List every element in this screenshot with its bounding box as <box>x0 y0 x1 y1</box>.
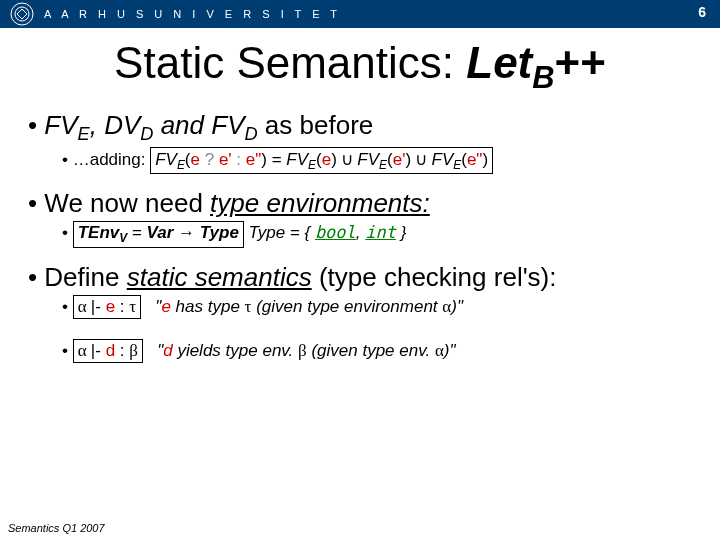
title-prefix: Static Semantics: <box>114 38 466 87</box>
fv4: FV <box>432 150 454 169</box>
int: int <box>365 222 396 242</box>
eq2: = <box>127 223 146 242</box>
e2: e' <box>214 150 236 169</box>
qd2: d <box>163 341 172 360</box>
e3: e" <box>241 150 261 169</box>
qbeta: β <box>298 341 307 360</box>
tenv-box: TEnvV = Var → Type <box>73 221 244 247</box>
dv-d: , DV <box>90 110 141 140</box>
type-check: (type checking rel's): <box>312 262 557 292</box>
comma: , <box>356 223 365 242</box>
qb: has type <box>171 297 245 316</box>
tau1: τ <box>129 297 136 316</box>
university-seal-icon <box>8 0 36 28</box>
page-number: 6 <box>692 2 712 22</box>
type: Type <box>200 223 239 242</box>
title-let: Let <box>466 38 532 87</box>
slide-title: Static Semantics: LetB++ <box>0 38 720 96</box>
define: Define <box>44 262 126 292</box>
fv-e-sub: E <box>78 124 90 144</box>
bullet-2: • We now need type environments: <box>28 188 692 219</box>
expr-e: e <box>106 297 115 316</box>
bullet-3: • Define static semantics (type checking… <box>28 262 692 293</box>
static-sem: static semantics <box>127 262 312 292</box>
type-env: type environments: <box>210 188 430 218</box>
qalpha2: α <box>435 341 444 360</box>
bool: bool <box>315 222 356 242</box>
eq: = <box>267 150 286 169</box>
svg-point-0 <box>11 3 33 25</box>
qmark: ? <box>205 150 214 169</box>
bullet-3-sub1: • α |- e : τ "e has type τ (given type e… <box>62 295 692 319</box>
type-open: Type = { <box>244 223 315 242</box>
judgement-d-box: α |- d : β <box>73 339 143 363</box>
colon2: : <box>115 341 129 360</box>
tenv-sub: V <box>119 232 127 246</box>
fv-e: FV <box>44 110 77 140</box>
qe: e <box>161 297 170 316</box>
colon1: : <box>115 297 129 316</box>
as-before: as before <box>258 110 374 140</box>
e6: e" <box>467 150 483 169</box>
e1: e <box>191 150 205 169</box>
alpha2: α <box>78 341 91 360</box>
fv-d-sub: D <box>244 124 257 144</box>
header-bar: A A R H U S U N I V E R S I T E T <box>0 0 720 28</box>
quote-d: "d yields type env. β (given type env. α… <box>157 341 455 360</box>
footer: Semantics Q1 2007 <box>8 522 105 534</box>
we-need: We now need <box>44 188 210 218</box>
var: Var <box>147 223 174 242</box>
qc: (given type environment <box>251 297 442 316</box>
qc2: (given type env. <box>307 341 435 360</box>
type-close: } <box>396 223 406 242</box>
e5: e' <box>393 150 406 169</box>
arrow: → <box>173 223 199 242</box>
university-name: A A R H U S U N I V E R S I T E T <box>44 8 341 20</box>
adding-label: …adding: <box>73 150 151 169</box>
fv1: FV <box>155 150 177 169</box>
qd: )" <box>451 297 463 316</box>
fv3: FV <box>357 150 379 169</box>
turnstile1: |- <box>91 297 106 316</box>
fv2: FV <box>286 150 308 169</box>
qalpha: α <box>442 297 451 316</box>
cup2: ∪ <box>411 150 432 169</box>
turnstile2: |- <box>91 341 106 360</box>
cup1: ∪ <box>337 150 358 169</box>
alpha1: α <box>78 297 91 316</box>
qb2: yields type env. <box>173 341 298 360</box>
title-suffix: ++ <box>555 38 606 87</box>
slide-content: • FVE, DVD and FVD as before • …adding: … <box>0 110 720 363</box>
beta1: β <box>129 341 138 360</box>
p: ) <box>482 150 488 169</box>
judgement-e-box: α |- e : τ <box>73 295 141 319</box>
bullet-1: • FVE, DVD and FVD as before <box>28 110 692 145</box>
tenv: TEnv <box>78 223 120 242</box>
bullet-1-sub: • …adding: FVE(e ? e' : e") = FVE(e) ∪ F… <box>62 147 692 174</box>
quote-e: "e has type τ (given type environment α)… <box>155 297 463 316</box>
fv3-sub: E <box>379 158 387 172</box>
title-sub: B <box>532 60 554 95</box>
fv2-sub: E <box>308 158 316 172</box>
qe2: )" <box>444 341 456 360</box>
fv-equation-box: FVE(e ? e' : e") = FVE(e) ∪ FVE(e') ∪ FV… <box>150 147 493 174</box>
decl-d: d <box>106 341 115 360</box>
dv-d-sub: D <box>140 124 153 144</box>
bullet-2-sub: • TEnvV = Var → Type Type = { bool, int … <box>62 221 692 247</box>
bullet-3-sub2: • α |- d : β "d yields type env. β (give… <box>62 339 692 363</box>
fv1-sub: E <box>177 158 185 172</box>
fv-d: and FV <box>153 110 244 140</box>
e4: e <box>322 150 331 169</box>
